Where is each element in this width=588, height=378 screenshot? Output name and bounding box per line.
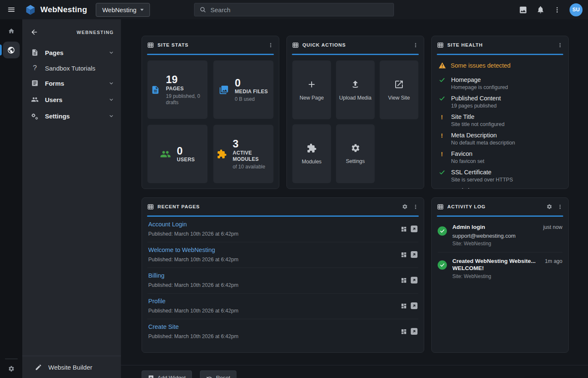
stat-label: PAGES <box>166 86 204 92</box>
card-title: ACTIVITY LOG <box>447 204 486 209</box>
health-check-item: Published Content 19 pages published <box>438 95 561 109</box>
stat-value: 3 <box>233 138 270 150</box>
page-blocks-icon[interactable] <box>401 303 407 309</box>
page-blocks-icon[interactable] <box>401 226 407 232</box>
website-builder-button[interactable]: Website Builder <box>22 356 121 378</box>
health-summary-text: Some issues detected <box>451 62 511 69</box>
sidebar-item[interactable]: Settings <box>22 108 121 123</box>
activity-time: just now <box>543 223 562 247</box>
puzzle-icon <box>307 143 317 153</box>
search-icon <box>200 6 206 13</box>
page-link[interactable]: Welcome to WebNesting <box>148 247 239 254</box>
sidebar-item-label: Settings <box>45 113 102 120</box>
notifications-bell-icon[interactable] <box>536 5 545 14</box>
stat-sublabel: of 10 available <box>233 164 270 170</box>
page-published-meta: Published: March 10th 2026 at 6:42pm <box>148 282 239 288</box>
sidebar-item[interactable]: ? Sandbox Tutorials <box>22 60 121 76</box>
health-check-detail: 19 pages published <box>451 103 501 109</box>
site-globe-icon[interactable] <box>3 42 20 58</box>
open-page-icon[interactable] <box>411 277 417 284</box>
card-title: SITE HEALTH <box>447 42 483 47</box>
quick-action-label: Upload Media <box>339 95 371 101</box>
page-blocks-icon[interactable] <box>401 277 407 284</box>
recent-pages-list: Account Login Published: March 10th 2026… <box>142 217 424 352</box>
quick-action-button[interactable]: Upload Media <box>336 60 375 119</box>
health-check-title: Homepage <box>451 76 508 84</box>
open-page-icon[interactable] <box>411 226 417 232</box>
stat-sublabel: 19 published, 0 drafts <box>166 93 204 106</box>
question-icon: ? <box>31 64 39 72</box>
health-check-detail: Site title not configured <box>451 121 504 128</box>
brand[interactable]: WebNesting <box>25 4 87 16</box>
icon-rail <box>0 19 22 378</box>
ok-icon <box>438 76 445 91</box>
page-link[interactable]: Account Login <box>148 221 239 228</box>
quick-action-button[interactable]: New Page <box>292 60 331 119</box>
card-title: SITE STATS <box>158 42 189 47</box>
rail-settings-gear-icon[interactable] <box>8 365 15 372</box>
stat-value: 19 <box>166 74 204 86</box>
users-icon <box>160 149 171 160</box>
stat-tile: 0 USERS <box>147 125 207 183</box>
add-widget-button[interactable]: Add Widget <box>142 370 192 378</box>
hamburger-menu-icon[interactable] <box>0 0 22 19</box>
quick-action-button[interactable]: View Site <box>380 60 418 119</box>
activity-site: Site: WebNesting <box>452 273 539 279</box>
recent-page-row: Create Site Published: March 10th 2026 a… <box>147 319 418 344</box>
widget-grid-icon <box>437 42 444 48</box>
media-library-icon[interactable] <box>519 5 528 14</box>
site-health-list: Some issues detected Homepage Homepage i… <box>432 55 568 189</box>
overflow-menu-icon[interactable] <box>554 6 561 13</box>
stat-tile: 3 ACTIVE MODULES of 10 available <box>213 125 273 183</box>
page-link[interactable]: Billing <box>148 272 239 279</box>
activity-log-entry: Created WebNesting Website... WELCOME! S… <box>438 252 562 285</box>
stat-label: ACTIVE MODULES <box>233 150 270 163</box>
page-link[interactable]: Profile <box>148 298 239 305</box>
health-check-title: Site Title <box>451 113 504 121</box>
widget-grid-icon <box>147 204 154 210</box>
card-menu-icon[interactable] <box>413 204 418 210</box>
recent-page-row: Welcome to WebNesting Published: March 1… <box>147 242 418 268</box>
file-icon <box>151 85 160 94</box>
card-menu-icon[interactable] <box>413 42 418 48</box>
sidebar-item[interactable]: Forms <box>22 76 121 91</box>
page-blocks-icon[interactable] <box>401 328 407 335</box>
open-page-icon[interactable] <box>411 251 417 258</box>
active-indicator <box>0 45 2 55</box>
site-stats-card: SITE STATS 19 PAGES 19 published, 0 draf… <box>142 36 279 189</box>
ok-icon <box>438 169 445 183</box>
quick-action-label: View Site <box>388 95 410 101</box>
open-page-icon[interactable] <box>411 302 417 309</box>
open-page-icon[interactable] <box>411 328 417 335</box>
dashboard: SITE STATS 19 PAGES 19 published, 0 draf… <box>121 19 588 378</box>
sidebar-item[interactable]: Pages <box>22 45 121 60</box>
health-check-item: Analytics <box>438 187 561 189</box>
card-title: RECENT PAGES <box>158 204 200 209</box>
quick-action-button[interactable]: Modules <box>292 124 331 183</box>
site-selector-value: WebNesting <box>102 6 136 13</box>
reset-button[interactable]: Reset <box>200 370 236 378</box>
sidebar-item[interactable]: Users <box>22 91 121 108</box>
stat-tile: 0 MEDIA FILES 0 B used <box>213 60 273 119</box>
page-blocks-icon[interactable] <box>401 252 407 258</box>
user-avatar[interactable]: SU <box>570 3 583 16</box>
form-icon <box>31 79 39 87</box>
page-link[interactable]: Create Site <box>148 323 239 331</box>
card-menu-icon[interactable] <box>268 42 273 48</box>
back-arrow-icon[interactable] <box>30 28 38 36</box>
home-icon[interactable] <box>8 28 15 34</box>
ok-icon <box>438 95 445 109</box>
sidebar: WEBNESTING Pages ? Sandbox Tutorials For… <box>22 19 121 378</box>
search-input[interactable] <box>210 6 388 13</box>
card-title: QUICK ACTIONS <box>302 42 346 47</box>
search-bar[interactable] <box>194 3 394 16</box>
card-menu-icon[interactable] <box>557 42 563 48</box>
stat-tile: 19 PAGES 19 published, 0 drafts <box>147 60 207 119</box>
warning-triangle-icon <box>438 62 446 69</box>
quick-action-button[interactable]: Settings <box>336 124 375 183</box>
site-selector-dropdown[interactable]: WebNesting <box>96 3 150 17</box>
card-settings-gear-icon[interactable] <box>546 204 552 210</box>
brand-logo-icon <box>25 4 36 16</box>
card-menu-icon[interactable] <box>557 204 563 210</box>
card-settings-gear-icon[interactable] <box>402 204 408 210</box>
